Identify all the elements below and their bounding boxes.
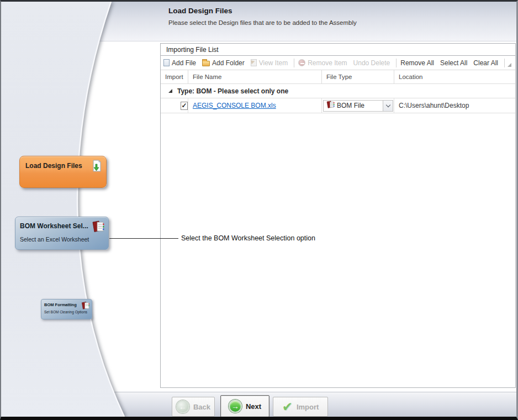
page-subtitle: Please select the Design files that are … [168,19,357,26]
chevron-down-icon [385,102,390,107]
undo-delete-label: Undo Delete [353,59,390,67]
table-empty-area [161,113,515,387]
undo-delete-button: Undo Delete [353,59,390,67]
toolbar-separator [294,59,294,67]
importing-file-list-panel: Importing File List Add File Add Folder … [160,43,516,388]
view-item-label: View Item [259,59,288,67]
step-title: BOM Worksheet Sel... [20,222,88,230]
remove-item-label: Remove Item [308,59,347,67]
step-title: Load Design Files [25,162,82,170]
import-checkbox[interactable]: ✓ [181,102,188,110]
red-book-icon [326,101,335,111]
toolbar-separator [504,59,505,67]
remove-all-button[interactable]: Remove All [400,59,434,67]
step-title: BOM Formatting [44,302,77,307]
sidebar-curve [1,2,131,417]
column-header-import[interactable]: Import [161,70,188,83]
add-folder-label: Add Folder [212,59,245,67]
step-bom-formatting[interactable]: BOM Formatting Set BOM Cleaning Options [41,299,92,319]
annotation-line [109,238,178,239]
clear-all-label: Clear All [473,59,498,67]
red-book-icon [81,301,90,312]
view-item-button: View Item [251,59,288,67]
page-title: Load Design Files [168,7,232,15]
file-icon [163,59,170,66]
remove-item-button: Remove Item [298,59,347,67]
add-folder-button[interactable]: Add Folder [202,59,245,67]
next-button[interactable]: → Next [220,395,269,417]
clear-all-button[interactable]: Clear All [473,59,498,67]
view-file-icon [251,59,257,66]
file-location: C:\Users\ahunt\Desktop [399,102,469,109]
panel-title: Importing File List [161,44,515,56]
step-subtitle: Select an Excel Worksheet [20,236,89,243]
column-header-location[interactable]: Location [394,70,515,83]
add-file-label: Add File [172,59,196,67]
combo-dropdown-button[interactable] [383,101,393,111]
next-arrow-icon: → [229,400,242,413]
toolbar-separator [396,59,397,67]
group-row[interactable]: Type: BOM - Please select only one [161,84,515,98]
toolbar-resize-grip-icon[interactable] [508,63,511,67]
step-load-design-files[interactable]: Load Design Files [19,156,107,188]
add-file-button[interactable]: Add File [163,59,196,67]
import-check-icon: ✔ [282,400,293,414]
folder-icon [202,61,210,66]
table-header: Import File Name File Type Location [161,70,515,84]
column-header-file-type[interactable]: File Type [322,70,394,83]
annotation-text: Select the BOM Worksheet Selection optio… [181,234,315,242]
select-all-label: Select All [440,59,467,67]
table-row: ✓ AEGIS_CONSOLE BOM.xls [161,98,515,113]
group-expander-icon[interactable] [168,89,172,93]
red-book-icon [92,220,105,235]
import-label: Import [297,403,319,411]
group-label: Type: BOM - Please select only one [177,87,288,95]
file-name-link[interactable]: AEGIS_CONSOLE BOM.xls [193,102,276,109]
step-bom-worksheet-selection[interactable]: BOM Worksheet Sel... Select an Excel Wor… [15,217,109,250]
remove-all-label: Remove All [400,59,434,67]
back-label: Back [193,403,210,411]
file-type-combobox[interactable]: BOM File [323,100,393,112]
export-file-icon [91,160,102,175]
back-button: ← Back [172,397,215,417]
column-header-file-name[interactable]: File Name [188,70,322,83]
remove-circle-icon [298,59,305,66]
toolbar: Add File Add Folder View Item Remove Ite… [161,56,515,70]
checkmark-icon: ✓ [181,102,187,109]
back-arrow-icon: ← [176,400,189,413]
wizard-window: Load Design Files Please select the Desi… [0,0,518,420]
next-label: Next [246,402,261,411]
file-type-value: BOM File [337,102,383,109]
select-all-button[interactable]: Select All [440,59,467,67]
import-button: ✔ Import [273,397,328,417]
